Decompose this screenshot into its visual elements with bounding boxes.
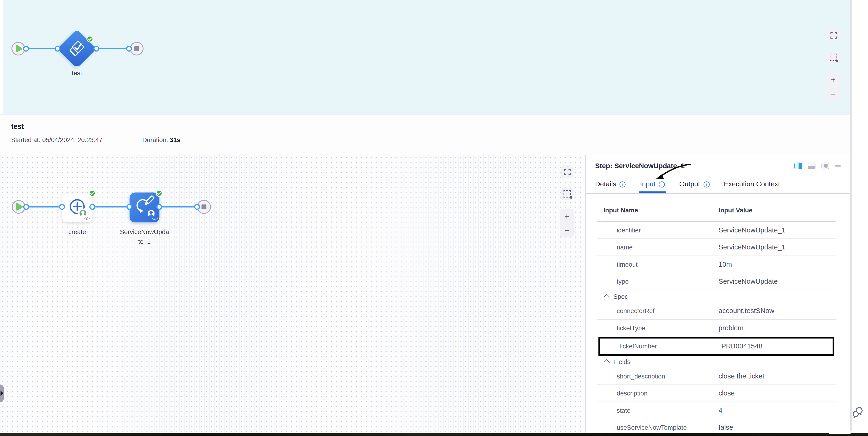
input-value: 4: [719, 406, 837, 414]
play-icon: [17, 204, 22, 210]
stop-icon: [202, 204, 207, 209]
panel-tabs: Details Input Output Execution Context: [595, 180, 780, 188]
execution-title: test: [11, 122, 24, 131]
fullscreen-icon: [564, 168, 570, 175]
row-connectorRef[interactable]: connectorRef account.testSNow: [597, 302, 837, 320]
row-state[interactable]: state 4: [597, 402, 837, 419]
input-value: false: [719, 424, 837, 431]
tab-label: Details: [595, 180, 616, 188]
info-icon[interactable]: [704, 181, 710, 187]
end-node[interactable]: [130, 42, 143, 55]
panel-layout-controls: [794, 163, 841, 169]
end-node[interactable]: [197, 200, 211, 213]
code-icon: </>: [152, 216, 158, 221]
tab-output[interactable]: Output: [679, 180, 710, 188]
column-header: Input Name: [597, 207, 719, 213]
input-value: 10m: [719, 260, 837, 268]
info-icon[interactable]: [620, 181, 626, 187]
input-name: ticketType: [617, 325, 645, 331]
input-name: description: [617, 390, 648, 396]
input-name: timeout: [617, 261, 638, 268]
fullscreen-button[interactable]: [561, 165, 574, 178]
zoom-in-button[interactable]: +: [826, 72, 840, 87]
started-at: Started at: 05/04/2024, 20:23:47: [11, 137, 102, 143]
tab-details[interactable]: Details: [595, 180, 626, 188]
row-short_description[interactable]: short_description close the ticket: [597, 368, 837, 385]
input-value: problem: [719, 324, 837, 332]
tab-label: Input: [640, 180, 655, 188]
row-ticketNumber[interactable]: ticketNumber PRB0041548: [598, 337, 834, 356]
input-value: close the ticket: [719, 372, 837, 380]
fullscreen-icon: [830, 32, 837, 39]
input-name: identifier: [617, 227, 641, 233]
marquee-select-button[interactable]: [561, 188, 574, 200]
code-icon: </>: [84, 216, 90, 221]
port[interactable]: [127, 46, 131, 51]
right-panel-icon[interactable]: [821, 163, 829, 169]
chat-icon[interactable]: [852, 406, 864, 419]
row-useServiceNowTemplate[interactable]: useServiceNowTemplate false: [597, 419, 837, 433]
bottom-panel-icon[interactable]: [808, 163, 815, 169]
input-name: type: [617, 278, 629, 284]
tabs-divider: [586, 193, 851, 193]
step-node-create[interactable]: </>: [62, 193, 92, 223]
stage-graph-canvas[interactable]: test + −: [0, 0, 850, 114]
row-ticketType[interactable]: ticketType problem: [597, 320, 837, 337]
desktop-wallpaper-strip: [0, 433, 868, 436]
scrollbar-track[interactable]: [850, 0, 852, 433]
start-node[interactable]: [12, 42, 25, 55]
input-name: state: [617, 407, 630, 414]
success-check-badge-icon: [155, 190, 163, 197]
zoom-out-button[interactable]: −: [560, 223, 574, 237]
tab-input[interactable]: Input: [640, 180, 665, 188]
row-name[interactable]: name ServiceNowUpdate_1: [597, 239, 837, 256]
zoom-controls: + −: [560, 208, 574, 237]
port[interactable]: [195, 204, 199, 209]
port[interactable]: [24, 46, 28, 51]
info-icon[interactable]: [659, 181, 665, 187]
chevron-up-icon[interactable]: [604, 294, 610, 300]
input-name: short_description: [617, 373, 665, 379]
stage-node-test[interactable]: [57, 29, 96, 68]
window-rounded-corner: [829, 431, 852, 433]
row-Fields[interactable]: Fields: [597, 356, 837, 368]
zoom-out-button[interactable]: −: [826, 87, 840, 101]
app-window: test + −: [0, 0, 868, 436]
row-description[interactable]: description close: [597, 385, 837, 402]
input-name: ticketNumber: [620, 343, 657, 349]
step-details-panel: Step: ServiceNowUpdate_1 Details Input O…: [585, 155, 851, 433]
fullscreen-button[interactable]: [827, 29, 840, 42]
step-node-label: ServiceNowUpdate_1: [119, 227, 170, 247]
tab-execution-context[interactable]: Execution Context: [724, 180, 780, 188]
step-node-label: create: [55, 227, 99, 237]
row-timeout[interactable]: timeout 10m: [597, 256, 837, 273]
marquee-select-icon: [830, 54, 837, 61]
drawer-toggle[interactable]: [0, 384, 4, 402]
marquee-select-button[interactable]: [827, 51, 840, 64]
column-header: Input Value: [719, 207, 837, 213]
input-name: useServiceNowTemplate: [617, 424, 687, 431]
step-node-servicenowupdate[interactable]: </>: [130, 193, 159, 223]
minimize-icon[interactable]: [835, 165, 841, 167]
table-header: Input Name Input Value: [597, 199, 837, 222]
port[interactable]: [24, 204, 28, 209]
input-value: ServiceNowUpdate: [719, 277, 837, 285]
play-icon: [17, 46, 22, 52]
duration: Duration:31s: [142, 137, 180, 143]
start-node[interactable]: [12, 201, 25, 213]
zoom-in-button[interactable]: +: [560, 208, 574, 223]
chevron-up-icon[interactable]: [604, 359, 610, 365]
panel-title: Step: ServiceNowUpdate_1: [595, 162, 685, 170]
input-value: PRB0041548: [721, 342, 833, 350]
split-view-icon[interactable]: [794, 163, 802, 169]
step-graph-canvas[interactable]: </> create: [0, 155, 585, 433]
execution-summary-bar: test Started at: 05/04/2024, 20:23:47 Du…: [0, 114, 850, 156]
row-type[interactable]: type ServiceNowUpdate: [597, 273, 837, 290]
input-name: Fields: [614, 358, 630, 365]
row-identifier[interactable]: identifier ServiceNowUpdate_1: [597, 222, 837, 239]
stage-node-label: test: [55, 68, 99, 78]
input-value: ServiceNowUpdate_1: [719, 226, 837, 234]
tab-label: Output: [679, 180, 700, 188]
row-Spec[interactable]: Spec: [597, 290, 837, 302]
tab-label: Execution Context: [724, 180, 780, 188]
